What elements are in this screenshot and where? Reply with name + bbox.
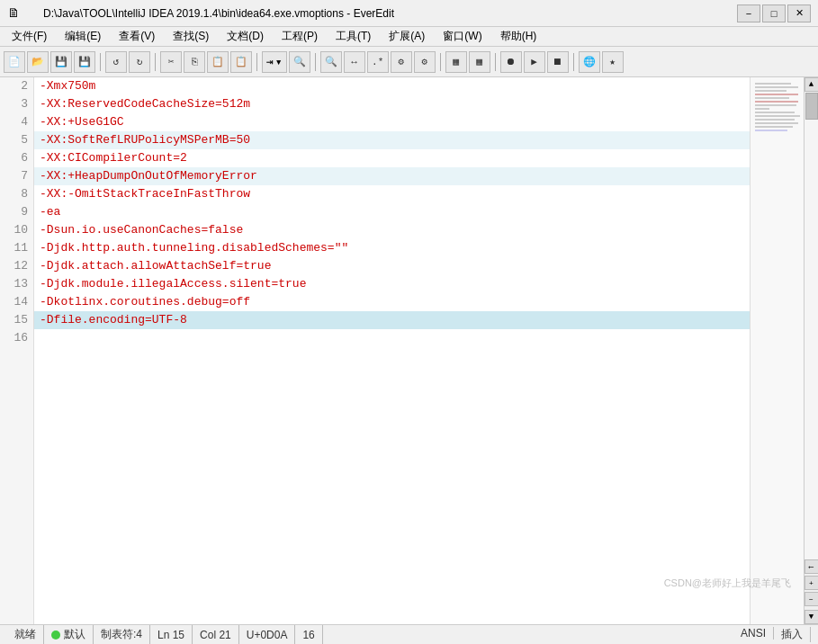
menu-bar: 文件(F)编辑(E)查看(V)查找(S)文档(D)工程(P)工具(T)扩展(A)… [0,27,818,47]
menu-item-v[interactable]: 查看(V) [111,26,163,47]
code-line-11[interactable]: -Djdk.http.auth.tunneling.disabledScheme… [34,239,750,257]
save-all-button[interactable]: 💾 [74,51,95,73]
menu-item-f[interactable]: 文件(F) [4,26,55,47]
code-line-16[interactable] [34,329,750,347]
menu-item-t[interactable]: 工具(T) [328,26,379,47]
svg-rect-3 [755,94,798,95]
status-default-text: 默认 [64,627,85,642]
maximize-button[interactable]: □ [762,4,786,22]
undo-button[interactable]: ↺ [105,51,127,73]
code-line-10[interactable]: -Dsun.io.useCanonCaches=false [34,221,750,239]
svg-rect-4 [755,97,789,99]
toolbar-sep-6 [495,53,496,71]
menu-item-a[interactable]: 扩展(A) [381,26,433,47]
scrollbar[interactable]: ▲ ⟵ + − ▼ [804,77,818,624]
code-area[interactable]: -Xmx750m-XX:ReservedCodeCacheSize=512m-X… [34,77,750,624]
menu-item-h[interactable]: 帮助(H) [492,26,545,47]
menu-item-p[interactable]: 工程(P) [274,26,326,47]
editor-container: 2345678910111213141516 -Xmx750m-XX:Reser… [0,77,818,624]
close-button[interactable]: ✕ [787,4,811,22]
title-text: D:\Java\TOOL\IntelliJ IDEA 2019.1.4\bin\… [25,7,737,20]
line-number-5: 5 [0,131,33,149]
toolbar: 📄 📂 💾 💾 ↺ ↻ ✂ ⎘ 📋 📋 ⇥ ▾ 🔍 🔍 ↔ .* ⚙ ⚙ ▦ ▦… [0,47,818,77]
col-button[interactable]: ▦ [445,51,467,73]
svg-rect-9 [755,115,800,117]
col2-button[interactable]: ▦ [469,51,490,73]
svg-rect-12 [755,126,793,128]
code-line-5[interactable]: -XX:SoftRefLRUPolicyMSPerMB=50 [34,131,750,149]
play-button[interactable]: ▶ [524,51,545,73]
replace-button[interactable]: ↔ [344,51,365,73]
code-line-12[interactable]: -Djdk.attach.allowAttachSelf=true [34,257,750,275]
line-number-13: 13 [0,275,33,293]
copy-button[interactable]: ⎘ [184,51,205,73]
code-line-8[interactable]: -XX:-OmitStackTraceInFastThrow [34,185,750,203]
status-unicode: U+0D0A [239,625,296,644]
regex-button[interactable]: .* [367,51,389,73]
save-button[interactable]: 💾 [50,51,72,73]
line-number-10: 10 [0,221,33,239]
line-number-2: 2 [0,77,33,95]
svg-rect-5 [755,101,798,103]
toolbar-sep-4 [315,53,316,71]
scroll-extra-btn-1[interactable]: ⟵ [805,559,819,574]
window-controls: − □ ✕ [737,4,811,22]
status-ready: 就绪 [7,625,44,644]
scroll-extra-btn-2[interactable]: + [805,576,819,590]
line-number-16: 16 [0,329,33,347]
status-line: Ln 15 [150,625,193,644]
line-numbers: 2345678910111213141516 [0,77,34,624]
scroll-track[interactable] [805,92,819,559]
status-encoding: ANSI [733,627,774,640]
right-side-buttons: ⟵ + − [805,559,819,610]
line-number-14: 14 [0,293,33,311]
status-bar: 就绪 默认 制表符:4 Ln 15 Col 21 U+0D0A 16 ANSI … [0,624,818,644]
redo-button[interactable]: ↻ [129,51,150,73]
scroll-down-button[interactable]: ▼ [805,610,819,624]
find-button[interactable]: 🔍 [289,51,310,73]
indent-dropdown[interactable]: ⇥ ▾ [262,51,287,73]
scroll-extra-btn-3[interactable]: − [805,592,819,606]
title-bar: 🗎 D:\Java\TOOL\IntelliJ IDEA 2019.1.4\bi… [0,0,818,27]
code-line-6[interactable]: -XX:CICompilerCount=2 [34,149,750,167]
code-line-14[interactable]: -Dkotlinx.coroutines.debug=off [34,293,750,311]
line-number-3: 3 [0,95,33,113]
web-button[interactable]: 🌐 [579,51,600,73]
svg-rect-13 [755,130,787,131]
menu-item-w[interactable]: 窗口(W) [435,26,490,47]
line-number-8: 8 [0,185,33,203]
paste-extra-button[interactable]: 📋 [230,51,252,73]
tool2-button[interactable]: ⚙ [414,51,436,73]
paste-button[interactable]: 📋 [207,51,229,73]
open-button[interactable]: 📂 [27,51,49,73]
code-line-7[interactable]: -XX:+HeapDumpOnOutOfMemoryError [34,167,750,185]
code-line-3[interactable]: -XX:ReservedCodeCacheSize=512m [34,95,750,113]
tool1-button[interactable]: ⚙ [391,51,412,73]
scroll-thumb[interactable] [805,93,818,120]
code-line-13[interactable]: -Djdk.module.illegalAccess.silent=true [34,275,750,293]
scroll-up-button[interactable]: ▲ [805,77,819,92]
code-line-15[interactable]: -Dfile.encoding=UTF-8 [34,311,750,329]
minimap [750,77,804,624]
minimap-svg [755,81,800,153]
svg-rect-6 [755,104,796,106]
svg-rect-8 [755,112,795,113]
code-line-4[interactable]: -XX:+UseG1GC [34,113,750,131]
status-tab-text: 制表符:4 [101,627,142,642]
star-button[interactable]: ★ [602,51,624,73]
find2-button[interactable]: 🔍 [320,51,342,73]
code-line-9[interactable]: -ea [34,203,750,221]
status-dot [51,631,60,640]
macro-button[interactable]: ⏺ [500,51,522,73]
menu-item-s[interactable]: 查找(S) [165,26,217,47]
menu-item-e[interactable]: 编辑(E) [57,26,109,47]
menu-item-d[interactable]: 文档(D) [219,26,272,47]
stop-button[interactable]: ⏹ [547,51,569,73]
minimize-button[interactable]: − [737,4,760,22]
code-line-2[interactable]: -Xmx750m [34,77,750,95]
line-number-9: 9 [0,203,33,221]
cut-button[interactable]: ✂ [160,51,182,73]
status-unicode-text: U+0D0A [247,629,288,641]
new-button[interactable]: 📄 [4,51,25,73]
toolbar-sep-5 [440,53,441,71]
